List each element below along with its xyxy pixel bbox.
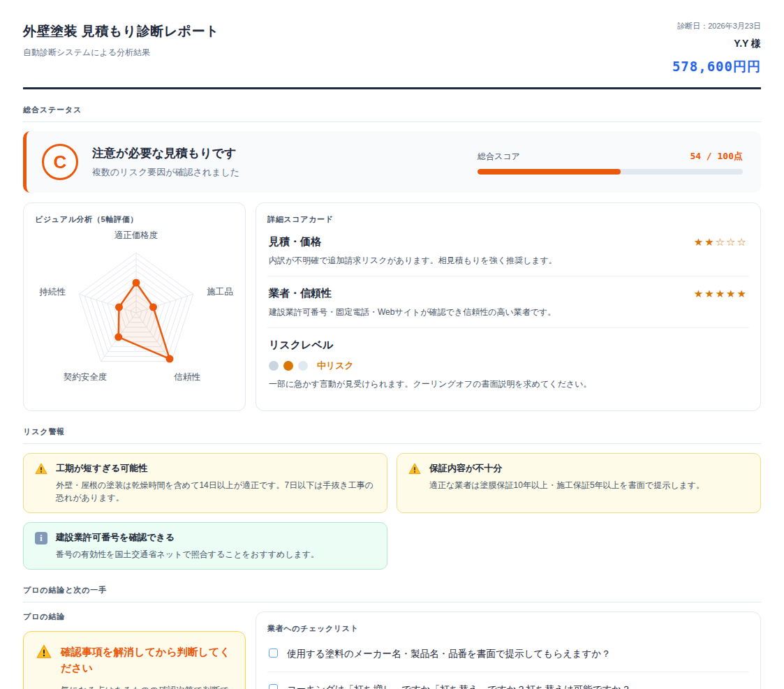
- scorecard: 詳細スコアカード 見積・価格 ★★☆☆☆ 内訳が不明確で追加請求リスクがあります…: [256, 202, 761, 411]
- page-subtitle: 自動診断システムによる分析結果: [23, 47, 219, 59]
- svg-text:契約安全度: 契約安全度: [64, 372, 108, 382]
- risk-level-desc: 一部に急かす言動が見受けられます。クーリングオフの書面説明を求めてください。: [269, 378, 748, 390]
- checklist-item: コーキングは「打ち増し」ですか「打ち替え」ですか？打ち替えは可能ですか？: [267, 672, 749, 689]
- radar-card: ビジュアル分析（5軸評価） 適正価格度施工品質信頼性契約安全度持続性: [23, 202, 246, 411]
- star-rating: ★★☆☆☆: [694, 236, 748, 249]
- warning-triangle-icon: [35, 463, 47, 477]
- svg-text:適正価格度: 適正価格度: [114, 230, 158, 240]
- risk-dot: [283, 361, 293, 371]
- scorecard-row-risk: リスクレベル 中リスク 一部に急かす言動が見受けられます。クーリングオフの書面説…: [267, 328, 749, 399]
- scorecard-item-desc: 建設業許可番号・固定電話・Webサイトが確認でき信頼性の高い業者です。: [269, 306, 748, 318]
- scorecard-item-title: 見積・価格: [269, 235, 321, 249]
- report-page: 外壁塗装 見積もり診断レポート 自動診断システムによる分析結果 診断日：2026…: [0, 0, 784, 689]
- svg-text:施工品質: 施工品質: [207, 287, 234, 297]
- diagnosis-date: 診断日：2026年3月23日: [672, 21, 761, 31]
- alert-title: 建設業許可番号を確認できる: [56, 531, 319, 544]
- checklist-item: 使用する塗料のメーカー名・製品名・品番を書面で提示してもらえますか？: [267, 637, 749, 672]
- star-rating: ★★★★★: [694, 288, 748, 300]
- warning-triangle-icon: [408, 463, 421, 477]
- svg-text:持続性: 持続性: [38, 287, 66, 297]
- conclusion-row: プロの結論 確認事項を解消してから判断してください 気になる点はあるものの確認次…: [23, 612, 761, 689]
- info-icon: i: [35, 532, 47, 544]
- scorecard-title: 詳細スコアカード: [267, 214, 749, 225]
- radar-chart: 適正価格度施工品質信頼性契約安全度持続性: [35, 228, 234, 391]
- risk-dot: [298, 361, 308, 371]
- grade-badge: C: [42, 144, 78, 180]
- checkbox[interactable]: [269, 649, 278, 658]
- checklist-card: 業者へのチェックリスト 使用する塗料のメーカー名・製品名・品番を書面で提示しても…: [256, 612, 761, 689]
- section-label-status: 総合ステータス: [23, 105, 761, 122]
- analysis-row: ビジュアル分析（5軸評価） 適正価格度施工品質信頼性契約安全度持続性 詳細スコア…: [23, 202, 761, 411]
- svg-text:信頼性: 信頼性: [173, 372, 200, 382]
- score-label: 総合スコア: [478, 151, 520, 163]
- scorecard-row-vendor: 業者・信頼性 ★★★★★ 建設業許可番号・固定電話・Webサイトが確認でき信頼性…: [267, 276, 749, 328]
- score-progress-track: [478, 169, 743, 175]
- risk-level-title: リスクレベル: [269, 339, 748, 352]
- scorecard-item-title: 業者・信頼性: [269, 287, 332, 300]
- score-row: 総合スコア 54 / 100点: [478, 150, 743, 163]
- alert-desc: 番号の有効性を国土交通省ネットで照合することをおすすめします。: [56, 548, 319, 561]
- alert-grid: 工期が短すぎる可能性 外壁・屋根の塗装は乾燥時間を含めて14日以上が適正です。7…: [23, 453, 761, 570]
- checkbox[interactable]: [269, 684, 278, 689]
- conclusion-label: プロの結論: [23, 612, 246, 622]
- report-header: 外壁塗装 見積もり診断レポート 自動診断システムによる分析結果 診断日：2026…: [23, 20, 761, 89]
- conclusion-desc: 気になる点はあるものの確認次第で判断できるレベルです。チェックリストを業者に確認…: [61, 683, 232, 689]
- checklist: 使用する塗料のメーカー名・製品名・品番を書面で提示してもらえますか？ コーキング…: [267, 637, 749, 689]
- alert-info-license: i 建設業許可番号を確認できる 番号の有効性を国土交通省ネットで照合することをお…: [23, 522, 387, 570]
- status-headline: 注意が必要な見積もりです: [92, 145, 239, 161]
- checklist-item-text: 使用する塗料のメーカー名・製品名・品番を書面で提示してもらえますか？: [287, 647, 611, 661]
- section-label-conclusion: プロの結論と次の一手: [23, 585, 761, 602]
- status-card: C 注意が必要な見積もりです 複数のリスク要因が確認されました 総合スコア 54…: [23, 131, 761, 193]
- status-texts: 注意が必要な見積もりです 複数のリスク要因が確認されました: [92, 145, 239, 179]
- risk-dot: [269, 361, 279, 371]
- risk-level-dots: 中リスク: [269, 360, 748, 372]
- quote-price: 578,600円円: [672, 58, 761, 76]
- scorecard-item-desc: 内訳が不明確で追加請求リスクがあります。相見積もりを強く推奨します。: [269, 255, 748, 267]
- conclusion-title: 確認事項を解消してから判断してください: [61, 644, 232, 676]
- alert-desc: 外壁・屋根の塗装は乾燥時間を含めて14日以上が適正です。7日以下は手抜き工事の恐…: [56, 479, 376, 504]
- score-value: 54 / 100点: [690, 150, 743, 163]
- page-title: 外壁塗装 見積もり診断レポート: [23, 22, 219, 40]
- conclusion-column: プロの結論 確認事項を解消してから判断してください 気になる点はあるものの確認次…: [23, 612, 246, 689]
- warning-triangle-icon: [36, 644, 52, 662]
- score-area: 総合スコア 54 / 100点: [478, 150, 743, 175]
- customer-name: Y.Y 様: [672, 38, 761, 50]
- alert-warning-schedule: 工期が短すぎる可能性 外壁・屋根の塗装は乾燥時間を含めて14日以上が適正です。7…: [23, 453, 387, 513]
- score-progress-fill: [478, 169, 621, 175]
- header-left: 外壁塗装 見積もり診断レポート 自動診断システムによる分析結果: [23, 20, 219, 59]
- checklist-item-text: コーキングは「打ち増し」ですか「打ち替え」ですか？打ち替えは可能ですか？: [287, 683, 631, 689]
- radar-card-title: ビジュアル分析（5軸評価）: [35, 214, 234, 225]
- risk-level-label: 中リスク: [317, 360, 354, 372]
- conclusion-box: 確認事項を解消してから判断してください 気になる点はあるものの確認次第で判断でき…: [23, 631, 246, 689]
- alert-desc: 適正な業者は塗膜保証10年以上・施工保証5年以上を書面で提示します。: [429, 479, 704, 491]
- alert-warning-guarantee: 保証内容が不十分 適正な業者は塗膜保証10年以上・施工保証5年以上を書面で提示し…: [397, 453, 761, 513]
- scorecard-row-price: 見積・価格 ★★☆☆☆ 内訳が不明確で追加請求リスクがあります。相見積もりを強く…: [267, 225, 749, 276]
- alert-title: 保証内容が不十分: [429, 462, 704, 475]
- status-subtext: 複数のリスク要因が確認されました: [92, 166, 239, 179]
- checklist-title: 業者へのチェックリスト: [267, 623, 749, 634]
- header-right: 診断日：2026年3月23日 Y.Y 様 578,600円円: [672, 20, 761, 76]
- section-label-alerts: リスク警報: [23, 427, 761, 444]
- alert-title: 工期が短すぎる可能性: [56, 462, 376, 475]
